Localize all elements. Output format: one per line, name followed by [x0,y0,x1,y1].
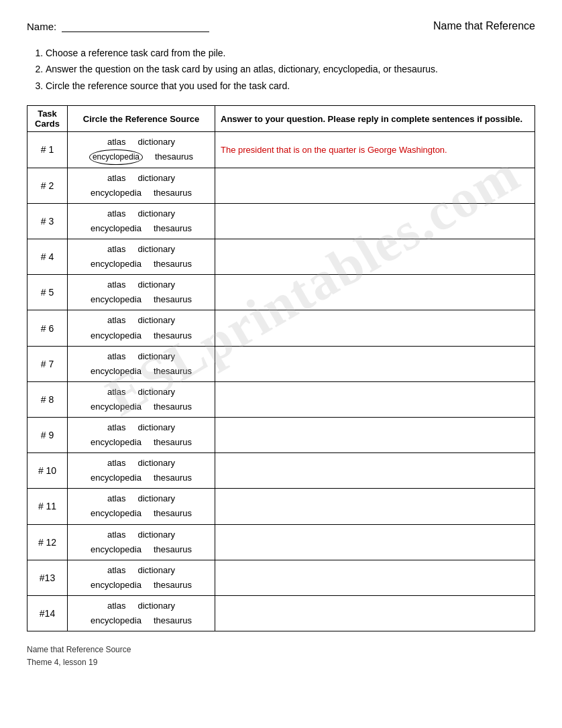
reference-options-cell: atlasdictionaryencyclopediathesaurus [68,310,215,346]
answer-cell [215,203,535,239]
reference-options-cell: atlasdictionaryencyclopediathesaurus [68,524,215,560]
task-number: #13 [27,560,68,595]
ref-option: encyclopedia [91,506,142,521]
ref-option: atlas [107,349,125,364]
ref-option: thesaurus [154,328,192,343]
ref-option: dictionary [137,349,175,364]
table-row: # 8atlasdictionaryencyclopediathesaurus [27,381,535,417]
task-number: # 1 [27,132,68,168]
reference-options-cell: atlasdictionaryencyclopediathesaurus [68,595,215,631]
reference-options-cell: atlasdictionaryencyclopediathesaurus [68,453,215,489]
ref-option: dictionary [137,135,175,149]
reference-options-cell: atlasdictionaryencyclopediathesaurus [68,275,215,310]
table-row: # 5atlasdictionaryencyclopediathesaurus [27,275,535,310]
table-row: # 2atlasdictionaryencyclopediathesaurus [27,168,535,203]
ref-option: atlas [107,456,125,471]
reference-table: Task Cards Circle the Reference Source A… [27,105,535,631]
task-number: # 9 [27,417,68,452]
ref-option: encyclopedia [89,149,143,164]
ref-option: dictionary [137,313,175,328]
ref-option: encyclopedia [91,578,142,593]
answer-cell [215,168,535,203]
reference-options-cell: atlasdictionaryencyclopediathesaurus [68,168,215,203]
ref-option: encyclopedia [91,471,142,485]
ref-option: dictionary [137,599,175,613]
reference-options-cell: atlasdictionaryencyclopediathesaurus [68,203,215,239]
ref-option: thesaurus [154,613,192,628]
ref-option: thesaurus [154,364,192,379]
task-number: # 4 [27,239,68,275]
ref-option: dictionary [137,385,175,400]
col-header-task: Task Cards [27,106,68,132]
name-underline [62,20,209,32]
ref-option: encyclopedia [91,613,142,628]
answer-cell [215,560,535,595]
task-number: # 6 [27,310,68,346]
header: Name: Name that Reference [27,20,535,32]
ref-option: atlas [107,206,125,221]
table-row: # 11atlasdictionaryencyclopediathesaurus [27,489,535,524]
name-line: Name: [27,20,209,32]
table-row: # 1atlasdictionaryencyclopediathesaurusT… [27,132,535,168]
ref-option: atlas [107,135,125,149]
answer-cell [215,453,535,489]
ref-option: thesaurus [154,221,192,236]
ref-option: encyclopedia [91,435,142,450]
task-number: # 11 [27,489,68,524]
ref-option: dictionary [137,206,175,221]
answer-cell [215,595,535,631]
reference-options-cell: atlasdictionaryencyclopediathesaurus [68,346,215,381]
ref-option: encyclopedia [91,400,142,414]
task-number: # 3 [27,203,68,239]
ref-option: atlas [107,563,125,578]
ref-option: encyclopedia [91,257,142,271]
answer-cell [215,524,535,560]
col-header-answer: Answer to your question. Please reply in… [215,106,535,132]
ref-option: atlas [107,278,125,292]
ref-option: atlas [107,420,125,435]
name-label: Name: [27,21,56,32]
answer-cell [215,275,535,310]
task-number: #14 [27,595,68,631]
reference-options-cell: atlasdictionaryencyclopediathesaurus [68,417,215,452]
ref-option: dictionary [137,242,175,257]
reference-options-cell: atlasdictionaryencyclopediathesaurus [68,381,215,417]
task-number: # 8 [27,381,68,417]
task-number: # 10 [27,453,68,489]
answer-cell [215,417,535,452]
reference-options-cell: atlasdictionaryencyclopediathesaurus [68,489,215,524]
table-row: # 10atlasdictionaryencyclopediathesaurus [27,453,535,489]
table-row: # 12atlasdictionaryencyclopediathesaurus [27,524,535,560]
footer: Name that Reference Source Theme 4, less… [27,644,535,669]
ref-option: thesaurus [154,471,192,485]
footer-line1: Name that Reference Source [27,644,535,656]
answer-cell [215,310,535,346]
table-row: # 7atlasdictionaryencyclopediathesaurus [27,346,535,381]
ref-option: thesaurus [154,578,192,593]
task-number: # 5 [27,275,68,310]
ref-option: encyclopedia [91,221,142,236]
ref-option: atlas [107,599,125,613]
task-number: # 12 [27,524,68,560]
table-row: # 6atlasdictionaryencyclopediathesaurus [27,310,535,346]
ref-option: dictionary [137,563,175,578]
ref-option: dictionary [137,420,175,435]
table-row: # 4atlasdictionaryencyclopediathesaurus [27,239,535,275]
answer-cell [215,239,535,275]
ref-option: dictionary [137,491,175,506]
table-row: #14atlasdictionaryencyclopediathesaurus [27,595,535,631]
ref-option: encyclopedia [91,186,142,200]
ref-option: dictionary [137,278,175,292]
instructions: Choose a reference task card from the pi… [27,46,535,93]
col-header-ref: Circle the Reference Source [68,106,215,132]
ref-option: thesaurus [154,292,192,307]
table-row: # 9atlasdictionaryencyclopediathesaurus [27,417,535,452]
task-number: # 7 [27,346,68,381]
ref-option: atlas [107,171,125,186]
ref-option: dictionary [137,456,175,471]
ref-option: thesaurus [154,542,192,557]
ref-option: atlas [107,528,125,542]
ref-option: thesaurus [154,257,192,271]
page-title: Name that Reference [433,20,535,32]
ref-option: atlas [107,491,125,506]
